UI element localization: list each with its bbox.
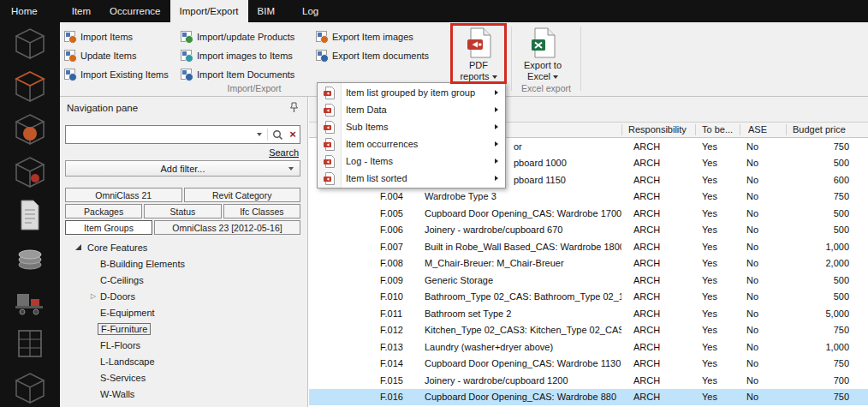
sidebar-module-5[interactable] — [0, 194, 60, 236]
pdf-file-icon — [318, 104, 341, 117]
item-id-cell: F.010 — [377, 291, 421, 302]
to-be-cell: Yes — [695, 191, 740, 201]
add-filter-dropdown[interactable]: Add filter... — [65, 160, 300, 177]
responsibility-cell: ARCH — [621, 191, 695, 201]
table-row[interactable]: F.010 Bathroom_Type 02_CAS: Bathroom_Typ… — [309, 289, 868, 306]
sidebar-module-7[interactable] — [0, 279, 60, 322]
menubar-tab[interactable]: Item — [62, 0, 100, 22]
export-to-excel-button[interactable]: Export to Excel — [517, 26, 568, 93]
filter-tab[interactable]: OmniClass 21 — [65, 188, 182, 202]
budget-price-cell: 500 — [786, 208, 868, 218]
search-link[interactable]: Search — [269, 147, 299, 158]
pin-icon[interactable] — [289, 102, 299, 115]
pdf-menu-item[interactable]: Item occurrences — [318, 135, 505, 153]
filter-tab[interactable]: Item Groups — [65, 220, 152, 235]
ribbon-button[interactable]: Import/update Products — [178, 28, 297, 45]
tree-item[interactable]: ▷ D-Doors — [65, 288, 306, 304]
ase-cell: No — [740, 392, 786, 402]
cart-icon — [14, 284, 46, 318]
item-description-cell: Cupboard Door Opening_CAS: Wardrobe 1700 — [421, 208, 621, 218]
search-icon[interactable] — [269, 129, 286, 141]
tree-item[interactable]: ▷ W-Walls — [65, 386, 306, 402]
ribbon-button[interactable]: Import Items — [62, 28, 171, 45]
chevron-down-icon[interactable] — [253, 133, 266, 136]
table-row[interactable]: F.007 Built in Robe_Wall Based_CAS: Ward… — [309, 238, 868, 255]
table-row[interactable]: F.006 Joinery - wardrobe/cupboard 670 AR… — [309, 222, 868, 239]
clear-icon[interactable]: × — [286, 126, 300, 143]
pdf-menu-item[interactable]: Sub Items — [318, 118, 505, 135]
sidebar-module-2[interactable] — [0, 65, 60, 108]
menubar-tab[interactable]: Log — [293, 0, 328, 22]
submenu-arrow-icon — [495, 90, 498, 95]
tree-item[interactable]: ▷ B-Building Elements — [65, 255, 306, 272]
pdf-menu-item[interactable]: Item list sorted — [318, 170, 505, 187]
collapse-arrow-icon[interactable] — [75, 244, 81, 250]
column-header-responsibility[interactable]: Responsibility — [628, 124, 687, 135]
table-row[interactable]: F.012 Kitchen_Type 02_CAS3: Kitchen_Type… — [309, 322, 868, 339]
sidebar-module-6[interactable] — [0, 236, 60, 279]
sidebar-module-1[interactable] — [0, 22, 60, 65]
ribbon-button[interactable]: Update Items — [62, 47, 171, 63]
ribbon-button[interactable]: Export Item documents — [313, 47, 431, 63]
pdf-menu-item[interactable]: Log - Items — [318, 153, 505, 170]
ribbon-button[interactable]: Import Existing Items — [62, 66, 171, 82]
column-header-to-be[interactable]: To be... — [702, 124, 733, 135]
menubar-tab[interactable]: BIM — [248, 0, 284, 22]
responsibility-cell: ARCH — [621, 325, 695, 335]
filter-tab[interactable]: OmniClass 23 [2012-05-16] — [154, 220, 300, 235]
menubar-tab[interactable]: Import/Export — [170, 0, 248, 22]
tree-item-core-features[interactable]: Core Features — [65, 239, 306, 255]
pdf-file-icon — [318, 172, 341, 185]
menubar-tab[interactable]: Occurrence — [100, 0, 169, 22]
filter-tab[interactable]: Ifc Classes — [223, 204, 300, 218]
sidebar-module-4[interactable] — [0, 151, 60, 194]
budget-price-cell: 500 — [786, 291, 868, 302]
pdf-menu-item[interactable]: Item Data — [318, 101, 505, 118]
search-input[interactable] — [66, 127, 253, 142]
tree-item[interactable]: ▷ L-Landscape — [65, 353, 306, 369]
table-row[interactable]: F.016 Cupboard Door Opening_CAS: Wardrob… — [309, 389, 868, 406]
ribbon-button[interactable]: Import images to Items — [178, 47, 297, 63]
table-row[interactable]: F.011 Bathroom set Type 2 ARCH Yes No 5,… — [309, 305, 868, 322]
to-be-cell: Yes — [695, 275, 740, 285]
ase-cell: No — [740, 358, 786, 368]
budget-price-cell: 750 — [786, 191, 868, 201]
ribbon-button-icon — [181, 31, 192, 42]
tree-item[interactable]: ▷ S-Services — [65, 369, 306, 386]
table-row[interactable]: F.009 Generic Storage ARCH Yes No 500 — [309, 272, 868, 289]
menubar-tab[interactable]: Home — [2, 0, 47, 22]
filter-tab-row-1: OmniClass 21Revit Category — [65, 188, 300, 202]
table-row[interactable]: F.005 Cupboard Door Opening_CAS: Wardrob… — [309, 205, 868, 222]
sidebar-module-3[interactable] — [0, 108, 60, 151]
tree-item[interactable]: ▷ FL-Floors — [65, 337, 306, 353]
sidebar-module-9[interactable] — [0, 365, 60, 407]
table-row[interactable]: F.004 Wardrobe Type 3 ARCH Yes No 750 — [309, 189, 868, 206]
sidebar-module-8[interactable] — [0, 322, 60, 365]
table-row[interactable]: F.015 Joinery - wardrobe/cupboard 1200 A… — [309, 372, 868, 389]
ase-cell: No — [740, 275, 786, 285]
table-row[interactable]: F.013 Laundry (washer+dryer above) ARCH … — [309, 338, 868, 356]
ribbon-button-icon — [181, 69, 192, 80]
filter-tab-panel: OmniClass 21Revit Category PackagesStatu… — [65, 188, 300, 235]
tree-item[interactable]: ▷ C-Ceilings — [65, 272, 306, 288]
table-row[interactable]: F.008 M_Chair-Breuer: M_Chair-Breuer ARC… — [309, 255, 868, 272]
expand-arrow-icon[interactable]: ▷ — [91, 292, 100, 300]
ribbon-button[interactable]: Export Item images — [313, 28, 431, 45]
filter-tab[interactable]: Status — [144, 204, 221, 218]
tree-item[interactable]: ▷ F-Furniture — [65, 320, 306, 337]
ase-cell: No — [740, 291, 786, 302]
ase-cell: No — [740, 375, 786, 386]
tree-item[interactable]: ▷ E-Equipment — [65, 304, 306, 320]
group-separator — [511, 27, 512, 91]
to-be-cell: Yes — [695, 208, 740, 218]
column-header-ase[interactable]: ASE — [748, 124, 767, 135]
coins-icon — [15, 241, 45, 275]
filter-tab[interactable]: Revit Category — [184, 188, 301, 202]
item-id-cell: F.004 — [377, 191, 421, 201]
ribbon-button[interactable]: Import Item Documents — [178, 66, 297, 82]
table-row[interactable]: F.014 Cupboard Door Opening_CAS: Wardrob… — [309, 356, 868, 373]
pdf-menu-item[interactable]: Item list grouped by item group — [318, 84, 505, 101]
item-id-cell: F.008 — [377, 258, 421, 268]
column-header-budget-price[interactable]: Budget price — [793, 124, 846, 135]
filter-tab[interactable]: Packages — [65, 204, 142, 218]
